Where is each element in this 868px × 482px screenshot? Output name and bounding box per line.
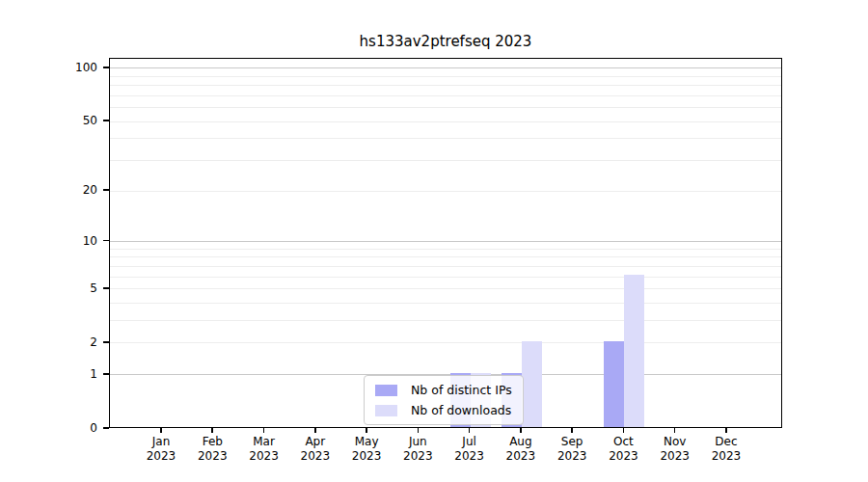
plot-area: Nb of distinct IPs Nb of downloads <box>109 58 782 428</box>
legend-item-downloads: Nb of downloads <box>375 403 512 417</box>
x-tick-dec-2023 <box>725 428 727 433</box>
x-tick-jun-2023 <box>418 428 420 433</box>
y-tick-50 <box>103 120 109 121</box>
y-tick-label-10: 10 <box>0 233 97 249</box>
y-tick-20 <box>103 189 109 191</box>
legend: Nb of distinct IPs Nb of downloads <box>364 375 524 425</box>
x-tick-aug-2023 <box>520 428 522 433</box>
bar-distinct-ips-oct-2023 <box>604 341 624 427</box>
legend-label-distinct-ips: Nb of distinct IPs <box>411 383 512 397</box>
x-tick-may-2023 <box>366 428 367 433</box>
legend-item-distinct-ips: Nb of distinct IPs <box>375 383 512 397</box>
x-tick-label-dec-2023: Dec2023 <box>695 435 757 464</box>
x-tick-mar-2023 <box>263 428 265 433</box>
y-tick-5 <box>103 287 109 289</box>
legend-swatch-downloads <box>375 405 397 416</box>
legend-label-downloads: Nb of downloads <box>411 403 511 417</box>
y-tick-100 <box>103 67 109 68</box>
legend-swatch-distinct-ips <box>375 385 397 396</box>
bar-downloads-aug-2023 <box>522 341 542 427</box>
x-tick-jan-2023 <box>160 428 162 433</box>
x-tick-jul-2023 <box>469 428 471 433</box>
chart-title: hs133av2ptrefseq 2023 <box>109 33 782 50</box>
y-tick-label-1: 1 <box>0 366 97 382</box>
y-axis: 0125102050100 <box>0 58 109 428</box>
x-tick-nov-2023 <box>674 428 676 433</box>
y-tick-label-0: 0 <box>0 420 97 436</box>
y-tick-label-50: 50 <box>0 113 97 128</box>
bar-downloads-oct-2023 <box>624 275 644 427</box>
x-tick-apr-2023 <box>314 428 316 433</box>
y-tick-label-5: 5 <box>0 281 97 296</box>
y-tick-10 <box>103 240 109 242</box>
y-tick-2 <box>103 341 109 343</box>
x-tick-oct-2023 <box>623 428 625 433</box>
bars-layer <box>110 59 781 427</box>
y-tick-1 <box>103 373 109 375</box>
x-axis: Jan2023Feb2023Mar2023Apr2023May2023Jun20… <box>109 428 782 476</box>
x-tick-feb-2023 <box>211 428 213 433</box>
y-tick-label-2: 2 <box>0 335 97 350</box>
x-tick-sep-2023 <box>571 428 573 433</box>
y-tick-label-20: 20 <box>0 182 97 198</box>
chart-figure: hs133av2ptrefseq 2023 Nb of distinct IPs… <box>0 0 868 482</box>
y-tick-label-100: 100 <box>0 60 97 75</box>
